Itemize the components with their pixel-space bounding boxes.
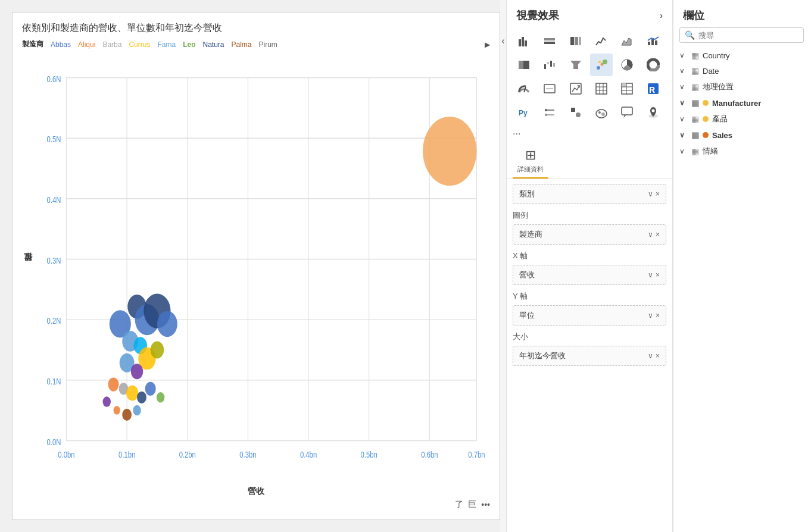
- field-category-chevron[interactable]: ∨: [648, 190, 653, 198]
- viz-icon-pie[interactable]: [616, 54, 638, 76]
- viz-icon-R[interactable]: R: [642, 77, 665, 100]
- field-manufacturer-controls: ∨ ×: [648, 230, 660, 239]
- expand-sentiment[interactable]: ∨: [679, 147, 688, 155]
- viz-icon-donut[interactable]: [642, 54, 665, 76]
- field-manufacturer-remove[interactable]: ×: [656, 230, 660, 239]
- svg-point-48: [102, 396, 111, 406]
- viz-icon-slicer[interactable]: [538, 101, 561, 124]
- svg-text:0.3N: 0.3N: [47, 255, 61, 265]
- field-revenue-label: 營收: [519, 270, 535, 280]
- field-manufacturer-drop[interactable]: 製造商 ∨ ×: [513, 224, 666, 245]
- viz-icon-waterfall[interactable]: [538, 54, 561, 76]
- field-item-geography[interactable]: ∨ ▦ 地理位置: [673, 79, 808, 95]
- field-units-chevron[interactable]: ∨: [648, 311, 653, 320]
- field-manufacturer-name: Manufacturer: [712, 99, 761, 108]
- viz-icon-shape[interactable]: [564, 101, 587, 124]
- legend-Palma: Palma: [232, 40, 252, 49]
- field-item-product[interactable]: ∨ ▦ 產品: [673, 111, 808, 127]
- search-input[interactable]: [698, 31, 798, 40]
- y-axis-label: 單位: [22, 52, 33, 484]
- legend-label: 製造商: [22, 39, 43, 49]
- chart-wrapper: 單位 0.0N: [22, 52, 490, 484]
- field-units-drop[interactable]: 單位 ∨ ×: [513, 305, 666, 326]
- viz-icon-bubble-map[interactable]: [590, 101, 613, 124]
- svg-rect-96: [571, 108, 575, 112]
- legend-expand[interactable]: ▶: [485, 40, 490, 49]
- field-item-country[interactable]: ∨ ▦ Country: [673, 48, 808, 63]
- focus-icon[interactable]: 了: [455, 499, 463, 510]
- expand-product[interactable]: ∨: [679, 115, 688, 123]
- svg-text:0.3bn: 0.3bn: [239, 450, 256, 460]
- viz-icon-matrix[interactable]: [616, 77, 638, 100]
- viz-icon-py[interactable]: Py: [513, 101, 535, 124]
- viz-icon-scatter[interactable]: [590, 54, 613, 76]
- field-category-label: 類別: [519, 189, 535, 199]
- svg-rect-101: [622, 107, 632, 115]
- svg-text:0.2bn: 0.2bn: [179, 450, 196, 460]
- more-dots[interactable]: ···: [507, 126, 672, 144]
- field-item-date[interactable]: ∨ ▦ Date: [673, 63, 808, 79]
- expand-sales[interactable]: ∨: [679, 131, 688, 139]
- field-revenue-remove[interactable]: ×: [656, 271, 660, 279]
- viz-icon-card[interactable]: [538, 77, 561, 100]
- viz-icon-kpi[interactable]: [564, 77, 587, 100]
- svg-text:Py: Py: [519, 109, 528, 117]
- viz-icon-line[interactable]: [590, 30, 613, 52]
- viz-icon-table[interactable]: [590, 77, 613, 100]
- field-category-remove[interactable]: ×: [656, 190, 660, 198]
- table-icon-product: ▦: [691, 114, 699, 124]
- expand-country[interactable]: ∨: [679, 51, 688, 60]
- table-icon-date: ▦: [691, 66, 699, 76]
- field-ytd-chevron[interactable]: ∨: [648, 352, 653, 360]
- dot-product: [703, 116, 709, 122]
- nav-prev-arrow[interactable]: ‹: [500, 0, 506, 532]
- expand-manufacturer[interactable]: ∨: [679, 99, 688, 107]
- field-revenue-chevron[interactable]: ∨: [648, 271, 653, 279]
- svg-point-98: [596, 109, 607, 118]
- expand-geography[interactable]: ∨: [679, 83, 688, 91]
- svg-rect-59: [579, 37, 581, 45]
- field-item-sales[interactable]: ∨ ▦ Sales: [673, 127, 808, 143]
- viz-icon-combo[interactable]: [642, 30, 665, 52]
- viz-icon-bar-100[interactable]: [564, 30, 587, 52]
- field-revenue-drop[interactable]: 營收 ∨ ×: [513, 265, 666, 285]
- svg-point-92: [545, 109, 547, 111]
- field-units-label: 單位: [519, 310, 535, 321]
- svg-rect-62: [655, 40, 657, 45]
- svg-point-44: [126, 385, 138, 400]
- field-ytd-remove[interactable]: ×: [656, 352, 660, 360]
- tab-details[interactable]: ⊞ 詳細資料: [513, 144, 548, 179]
- svg-point-99: [598, 111, 601, 114]
- field-category-drop[interactable]: 類別 ∨ ×: [513, 184, 666, 204]
- viz-icon-area[interactable]: [616, 30, 638, 52]
- field-units-remove[interactable]: ×: [656, 311, 660, 320]
- viz-icon-ribbon[interactable]: [513, 54, 535, 76]
- viz-icon-bar-cluster[interactable]: [513, 30, 535, 52]
- viz-icon-funnel[interactable]: [564, 54, 587, 76]
- field-category-controls: ∨ ×: [648, 190, 660, 198]
- expand-date[interactable]: ∨: [679, 67, 688, 75]
- svg-point-71: [598, 61, 601, 63]
- legend-Leo: Leo: [183, 40, 195, 49]
- viz-icon-map-pins[interactable]: [642, 101, 665, 124]
- svg-text:0.7bn: 0.7bn: [468, 450, 485, 460]
- field-item-sentiment[interactable]: ∨ ▦ 情緒: [673, 143, 808, 159]
- viz-icon-gauge[interactable]: [513, 77, 535, 100]
- tab-row: ⊞ 詳細資料: [507, 144, 672, 179]
- filter-icon[interactable]: 巨: [468, 499, 476, 510]
- nav-next-arrow[interactable]: ›: [660, 11, 663, 20]
- field-manufacturer-chevron[interactable]: ∨: [648, 230, 653, 239]
- field-product-name: 產品: [712, 114, 728, 124]
- chart-area: 依類別和製造商的營收、單位數和年初迄今營收 製造商 Abbas Aliqui B…: [12, 12, 500, 520]
- more-options-icon[interactable]: •••: [481, 500, 490, 509]
- svg-rect-55: [544, 42, 555, 44]
- search-box[interactable]: 🔍: [679, 27, 804, 43]
- search-icon: 🔍: [685, 30, 695, 40]
- field-ytd-label: 年初迄今營收: [519, 351, 566, 361]
- viz-icon-bar-stack[interactable]: [538, 30, 561, 52]
- svg-rect-54: [525, 40, 527, 46]
- svg-point-97: [576, 112, 581, 117]
- viz-icon-speech[interactable]: [616, 101, 638, 124]
- field-item-manufacturer[interactable]: ∨ ▦ Manufacturer: [673, 95, 808, 111]
- field-ytd-drop[interactable]: 年初迄今營收 ∨ ×: [513, 346, 666, 366]
